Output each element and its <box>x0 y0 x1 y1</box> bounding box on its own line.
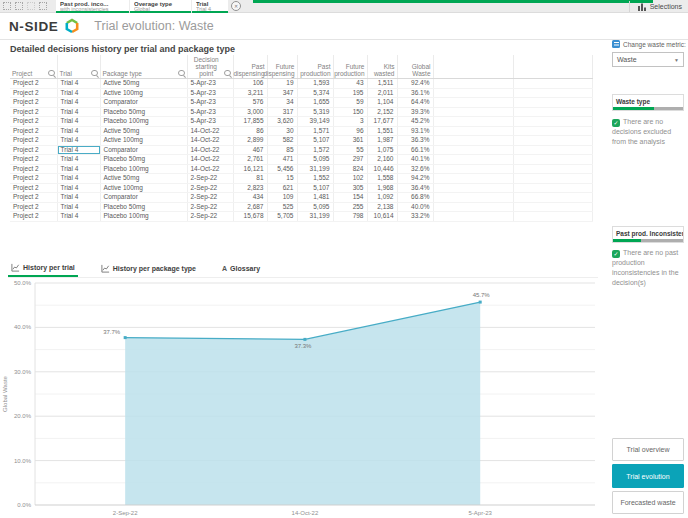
table-cell[interactable]: 10,446 <box>367 164 397 174</box>
table-cell[interactable]: 297 <box>333 155 367 165</box>
filter-chip-past-prod-inconsistency[interactable]: Past prod. inco... with inconsistencies <box>56 0 129 13</box>
table-cell[interactable]: Project 2 <box>10 183 57 193</box>
search-icon[interactable] <box>224 70 231 77</box>
table-cell[interactable]: Trial 4 <box>57 193 100 203</box>
table-cell[interactable]: Active 50mg <box>100 126 187 136</box>
table-cell[interactable]: Comparator <box>100 145 187 155</box>
table-cell[interactable]: 17,855 <box>233 117 267 127</box>
table-cell[interactable]: Placebo 100mg <box>100 164 187 174</box>
table-cell[interactable]: Comparator <box>100 98 187 108</box>
table-cell[interactable]: 66.8% <box>397 193 433 203</box>
table-cell[interactable]: 2,899 <box>233 136 267 146</box>
table-cell[interactable]: 1,558 <box>367 174 397 184</box>
table-cell[interactable]: Trial 4 <box>57 155 100 165</box>
table-cell[interactable]: 3,211 <box>233 88 267 98</box>
table-cell[interactable]: 1,511 <box>367 79 397 89</box>
table-cell[interactable]: 86 <box>233 126 267 136</box>
search-icon[interactable] <box>178 70 185 77</box>
table-cell[interactable]: 576 <box>233 98 267 108</box>
table-cell[interactable]: 1,075 <box>367 145 397 155</box>
table-cell[interactable]: 195 <box>333 88 367 98</box>
table-cell[interactable]: 109 <box>267 193 297 203</box>
table-cell[interactable]: 621 <box>267 183 297 193</box>
table-cell[interactable]: 36.3% <box>397 136 433 146</box>
table-cell[interactable]: Trial 4 <box>57 212 100 222</box>
table-cell[interactable]: 106 <box>233 79 267 89</box>
table-cell[interactable]: 102 <box>333 174 367 184</box>
tab-glossary[interactable]: A Glossary <box>219 259 263 277</box>
table-cell[interactable]: Project 2 <box>10 79 57 89</box>
table-cell[interactable]: 2,823 <box>233 183 267 193</box>
table-cell[interactable]: 93.1% <box>397 126 433 136</box>
table-cell[interactable]: 255 <box>333 202 367 212</box>
tab-history-per-package-type[interactable]: History per package type <box>98 259 199 277</box>
table-cell[interactable]: 66.1% <box>397 145 433 155</box>
table-cell[interactable]: Project 2 <box>10 164 57 174</box>
column-header-past-production[interactable]: Past production <box>297 55 333 79</box>
table-cell[interactable]: 55 <box>333 145 367 155</box>
table-cell[interactable]: Project 2 <box>10 145 57 155</box>
table-cell[interactable]: 14-Oct-22 <box>187 155 233 165</box>
table-cell[interactable]: 2-Sep-22 <box>187 183 233 193</box>
table-cell[interactable]: Active 50mg <box>100 174 187 184</box>
table-cell[interactable]: 467 <box>233 145 267 155</box>
table-cell[interactable]: 36.4% <box>397 183 433 193</box>
table-cell[interactable]: 5-Apr-23 <box>187 117 233 127</box>
column-header-past-dispensing[interactable]: Past dispensing <box>233 55 267 79</box>
table-cell[interactable]: Project 2 <box>10 107 57 117</box>
table-cell[interactable]: 5,095 <box>297 202 333 212</box>
table-cell[interactable]: 40.0% <box>397 202 433 212</box>
table-cell[interactable]: Active 50mg <box>100 79 187 89</box>
table-cell[interactable]: 5-Apr-23 <box>187 79 233 89</box>
table-cell[interactable]: 582 <box>267 136 297 146</box>
table-cell[interactable]: 5,319 <box>297 107 333 117</box>
table-cell[interactable]: 5,705 <box>267 212 297 222</box>
table-cell[interactable]: 1,552 <box>297 174 333 184</box>
table-cell[interactable]: Comparator <box>100 193 187 203</box>
table-cell[interactable]: 1,987 <box>367 136 397 146</box>
table-cell[interactable]: 39,149 <box>297 117 333 127</box>
table-cell[interactable]: Project 2 <box>10 117 57 127</box>
table-cell[interactable]: 798 <box>333 212 367 222</box>
table-cell[interactable]: 40.1% <box>397 155 433 165</box>
table-cell[interactable]: 43 <box>333 79 367 89</box>
table-cell[interactable]: 347 <box>267 88 297 98</box>
table-cell[interactable]: Trial 4 <box>57 79 100 89</box>
table-cell[interactable]: 3,620 <box>267 117 297 127</box>
table-cell[interactable]: 2,761 <box>233 155 267 165</box>
table-cell[interactable]: Project 2 <box>10 174 57 184</box>
selection-tool-icon[interactable] <box>39 2 47 10</box>
table-cell[interactable]: Trial 4 <box>57 183 100 193</box>
table-cell[interactable]: Active 100mg <box>100 183 187 193</box>
table-cell[interactable]: 96 <box>333 126 367 136</box>
table-cell[interactable]: Active 100mg <box>100 136 187 146</box>
table-cell[interactable]: 3 <box>333 117 367 127</box>
table-cell[interactable]: Trial 4 <box>57 126 100 136</box>
table-cell[interactable]: 317 <box>267 107 297 117</box>
table-cell[interactable]: 14-Oct-22 <box>187 145 233 155</box>
table-cell[interactable]: 32.6% <box>397 164 433 174</box>
nav-button-trial-overview[interactable]: Trial overview <box>612 438 684 461</box>
table-cell[interactable]: Trial 4 <box>57 98 100 108</box>
table-cell[interactable]: Project 2 <box>10 126 57 136</box>
filter-chip-overage-type[interactable]: Overage type Global <box>130 0 191 13</box>
column-header-package-type[interactable]: Package type <box>100 55 187 79</box>
table-cell[interactable]: Project 2 <box>10 136 57 146</box>
table-cell[interactable]: 30 <box>267 126 297 136</box>
table-cell[interactable]: Project 2 <box>10 98 57 108</box>
table-cell[interactable]: 2-Sep-22 <box>187 202 233 212</box>
table-cell[interactable]: 2,011 <box>367 88 397 98</box>
filter-pane-waste-type[interactable]: Waste type <box>612 94 684 111</box>
table-cell[interactable]: 1,572 <box>297 145 333 155</box>
table-cell[interactable]: 15,678 <box>233 212 267 222</box>
table-cell[interactable]: 14-Oct-22 <box>187 126 233 136</box>
column-header-decision-starting-point[interactable]: Decision starting point <box>187 55 233 79</box>
table-cell[interactable]: 434 <box>233 193 267 203</box>
table-cell[interactable]: 5-Apr-23 <box>187 88 233 98</box>
table-cell[interactable]: Project 2 <box>10 202 57 212</box>
table-cell[interactable]: 5,456 <box>267 164 297 174</box>
column-header-trial[interactable]: Trial <box>57 55 100 79</box>
table-cell[interactable]: 1,593 <box>297 79 333 89</box>
clear-selections-icon[interactable] <box>27 2 35 10</box>
table-cell[interactable]: 2,152 <box>367 107 397 117</box>
